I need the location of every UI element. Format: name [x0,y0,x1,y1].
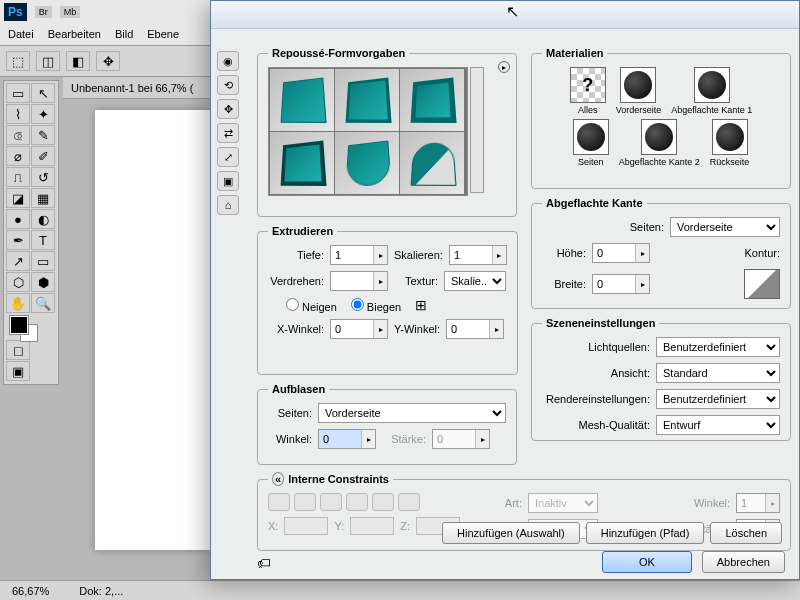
opt-icon[interactable]: ◧ [66,51,90,71]
canvas[interactable] [95,110,210,550]
twist-input[interactable]: ▸ [330,271,388,291]
inflate-strength-input: ▸ [432,429,490,449]
move-tool[interactable]: ▭ [6,83,30,103]
menu-layer[interactable]: Ebene [147,28,179,40]
hand-tool[interactable]: ✋ [6,293,30,313]
preset-thumb[interactable] [270,69,334,131]
presets-scrollbar[interactable] [470,67,484,193]
opt-icon[interactable]: ✥ [96,51,120,71]
opt-icon[interactable]: ◫ [36,51,60,71]
zoom-level[interactable]: 66,67% [12,585,49,597]
bend-radio[interactable]: Biegen [351,298,401,313]
add-selection-button[interactable]: Hinzufügen (Auswahl) [442,522,580,544]
cancel-button[interactable]: Abbrechen [702,551,785,573]
bevel-width-input[interactable]: ▸ [592,274,650,294]
scene-legend: Szeneneinstellungen [542,317,659,329]
tool-icon[interactable]: ⬚ [6,51,30,71]
history-brush[interactable]: ↺ [31,167,55,187]
bevel-sides-select[interactable]: Vorderseite [670,217,780,237]
delete-button[interactable]: Löschen [710,522,782,544]
eraser-tool[interactable]: ◪ [6,188,30,208]
material-back[interactable]: Rückseite [710,119,750,167]
ic-tool-icon[interactable] [398,493,420,511]
shape-tool[interactable]: ▭ [31,251,55,271]
depth-input[interactable]: ▸ [330,245,388,265]
material-front[interactable]: Vorderseite [616,67,662,115]
marquee-tool[interactable]: ↖ [31,83,55,103]
quickmask[interactable]: ◻ [6,340,30,360]
preset-thumb[interactable] [335,132,399,194]
preset-thumb[interactable] [400,69,464,131]
add-path-button[interactable]: Hinzufügen (Pfad) [586,522,705,544]
pattern-icon[interactable]: ⊞ [415,297,427,313]
lasso-tool[interactable]: ⌇ [6,104,30,124]
stamp-tool[interactable]: ⎍ [6,167,30,187]
color-swatches[interactable] [6,314,56,340]
preset-thumb[interactable] [335,69,399,131]
xangle-input[interactable]: ▸ [330,319,388,339]
bevel-fieldset: Abgeflachte Kante Seiten: Vorderseite Hö… [531,197,791,309]
menu-edit[interactable]: Bearbeiten [48,28,101,40]
yangle-input[interactable]: ▸ [446,319,504,339]
rotate-tool-icon[interactable]: ◉ [217,51,239,71]
material-bevel2[interactable]: Abgeflachte Kante 2 [619,119,700,167]
preset-thumb[interactable] [270,132,334,194]
lights-select[interactable]: Benutzerdefiniert [656,337,780,357]
path-tool[interactable]: ↗ [6,251,30,271]
contour-picker[interactable] [744,269,780,299]
bevel-height-input[interactable]: ▸ [592,243,650,263]
wand-tool[interactable]: ✦ [31,104,55,124]
menu-image[interactable]: Bild [115,28,133,40]
view-select[interactable]: Standard [656,363,780,383]
ic-tool-icon[interactable] [268,493,290,511]
bridge-icon[interactable]: Br [35,6,52,18]
type-tool[interactable]: T [31,230,55,250]
inflate-angle-input[interactable]: ▸ [318,429,376,449]
crop-tool[interactable]: ⟃ [6,125,30,145]
material-sides[interactable]: Seiten [573,119,609,167]
3d-cam-tool[interactable]: ⬢ [31,272,55,292]
home-tool-icon[interactable]: ⌂ [217,195,239,215]
mesh-select[interactable]: Entwurf [656,415,780,435]
scene-fieldset: Szeneneinstellungen Lichtquellen:Benutze… [531,317,791,441]
dialog-titlebar[interactable] [211,1,799,29]
inflate-sides-select[interactable]: Vorderseite [318,403,506,423]
ic-tool-icon[interactable] [372,493,394,511]
twist-label: Verdrehen: [268,275,324,287]
tilt-radio[interactable]: Neigen [286,298,337,313]
zoom-tool[interactable]: 🔍 [31,293,55,313]
tag-icon[interactable]: 🏷 [257,555,271,571]
document-tab[interactable]: Unbenannt-1 bei 66,7% ( [63,77,213,99]
roll-tool-icon[interactable]: ⟲ [217,75,239,95]
render-select[interactable]: Benutzerdefiniert [656,389,780,409]
texture-select[interactable]: Skalie... [444,271,506,291]
material-all[interactable]: ?Alles [570,67,606,115]
3d-tool[interactable]: ⬡ [6,272,30,292]
menu-file[interactable]: Datei [8,28,34,40]
eyedropper-tool[interactable]: ✎ [31,125,55,145]
blur-tool[interactable]: ● [6,209,30,229]
ok-button[interactable]: OK [602,551,692,573]
screenmode[interactable]: ▣ [6,361,30,381]
cube-tool-icon[interactable]: ▣ [217,171,239,191]
heal-tool[interactable]: ⌀ [6,146,30,166]
material-bevel1[interactable]: Abgeflachte Kante 1 [671,67,752,115]
brush-tool[interactable]: ✐ [31,146,55,166]
ic-tool-icon[interactable] [346,493,368,511]
preset-thumb[interactable] [400,132,464,194]
bevel-height-label: Höhe: [542,247,586,259]
scale-label: Skalieren: [394,249,443,261]
pen-tool[interactable]: ✒ [6,230,30,250]
dodge-tool[interactable]: ◐ [31,209,55,229]
xangle-label: X-Winkel: [268,323,324,335]
gradient-tool[interactable]: ▦ [31,188,55,208]
ic-y-input [350,517,394,535]
presets-flyout-icon[interactable]: ▸ [498,61,510,73]
scale-input[interactable]: ▸ [449,245,507,265]
minibridge-icon[interactable]: Mb [60,6,81,18]
ic-tool-icon[interactable] [294,493,316,511]
slide-tool-icon[interactable]: ⇄ [217,123,239,143]
scale-tool-icon[interactable]: ⤢ [217,147,239,167]
pan-tool-icon[interactable]: ✥ [217,99,239,119]
ic-tool-icon[interactable] [320,493,342,511]
